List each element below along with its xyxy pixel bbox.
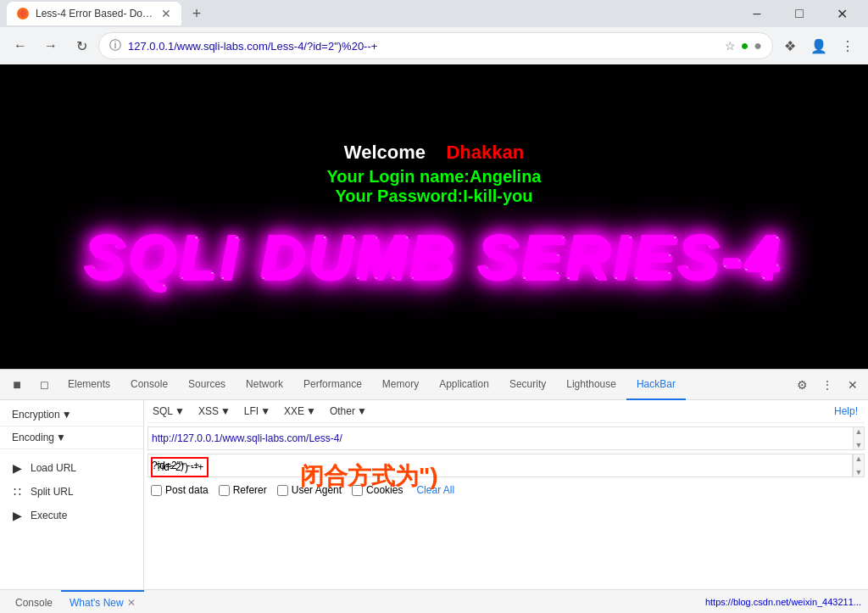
titlebar: Less-4 Error Based- DoubleQu... ✕ + – □ … <box>0 0 868 27</box>
browser-tab[interactable]: Less-4 Error Based- DoubleQu... ✕ <box>7 2 181 25</box>
execute-button[interactable]: ▶ Execute <box>0 504 143 527</box>
tab-hackbar[interactable]: HackBar <box>626 370 686 400</box>
dhakkan-label: Dhakkan <box>446 142 524 163</box>
tab-application[interactable]: Application <box>429 370 499 400</box>
tab-title: Less-4 Error Based- DoubleQu... <box>36 8 154 20</box>
encoding-menu[interactable]: Encoding ▼ <box>7 430 71 445</box>
hackbar-panel: Encryption ▼ Encoding ▼ ▶ Load URL ∷ Spl… <box>0 400 868 589</box>
welcome-line: Welcome Dhakkan <box>85 142 783 164</box>
xxe-menu[interactable]: XXE ▼ <box>279 404 321 419</box>
password-line: Your Password:I-kill-you <box>85 187 783 206</box>
url-input[interactable] <box>147 426 865 450</box>
sql-menu[interactable]: SQL ▼ <box>147 404 190 419</box>
extensions-icon[interactable]: ❖ <box>776 32 804 59</box>
secure-icon: ⓘ <box>109 38 121 53</box>
xss-menu[interactable]: XSS ▼ <box>193 404 236 419</box>
tab-security[interactable]: Security <box>499 370 556 400</box>
reload-button[interactable]: ↻ <box>68 32 95 59</box>
execute-icon: ▶ <box>10 509 24 522</box>
checkboxes-row: Post data Referer User Agent Cookies Cle… <box>147 481 865 499</box>
devtools-action-icons: ⚙ ⋮ ✕ <box>790 373 865 397</box>
other-menu[interactable]: Other ▼ <box>325 404 372 419</box>
bottom-tab-console[interactable]: Console <box>7 590 61 614</box>
back-button[interactable]: ← <box>7 32 34 59</box>
close-tab-button[interactable]: ✕ <box>161 7 171 20</box>
devtools-settings-icon[interactable]: ⚙ <box>790 373 814 397</box>
login-name: Your Login name:Angelina <box>85 167 783 187</box>
green-circle-icon: ● <box>741 38 749 53</box>
referer-checkbox[interactable]: Referer <box>219 484 267 496</box>
devtools-more-icon[interactable]: ⋮ <box>815 373 839 397</box>
scrollbar-up-icon[interactable]: ▲ <box>855 427 863 436</box>
menu-icon[interactable]: ⋮ <box>834 32 861 59</box>
tab-network[interactable]: Network <box>236 370 293 400</box>
address-box[interactable]: ⓘ 127.0.0.1/www.sqli-labs.com/Less-4/?id… <box>98 32 773 59</box>
tab-sources[interactable]: Sources <box>178 370 236 400</box>
param-scrollbar-up-icon[interactable]: ▲ <box>855 454 863 463</box>
cookies-checkbox[interactable]: Cookies <box>352 484 403 496</box>
load-url-button[interactable]: ▶ Load URL <box>0 456 143 480</box>
toolbar-icons: ❖ 👤 ⋮ <box>776 32 861 59</box>
hackbar-main-area: SQL ▼ XSS ▼ LFI ▼ XXE ▼ Other ▼ <box>144 400 868 589</box>
lfi-menu[interactable]: LFI ▼ <box>239 404 275 419</box>
user-agent-checkbox[interactable]: User Agent <box>277 484 342 496</box>
param-scrollbar-down-icon[interactable]: ▼ <box>855 468 863 476</box>
param-input[interactable] <box>147 454 853 477</box>
address-right-icons: ☆ ● ● <box>725 38 762 53</box>
tab-lighthouse[interactable]: Lighthouse <box>556 370 626 400</box>
address-url[interactable]: 127.0.0.1/www.sqli-labs.com/Less-4/?id=2… <box>128 40 718 53</box>
bookmark-icon[interactable]: ☆ <box>725 39 736 53</box>
tab-console[interactable]: Console <box>120 370 178 400</box>
help-button[interactable]: Help! <box>827 405 865 417</box>
new-tab-button[interactable]: + <box>185 2 209 25</box>
devtools-device-icon[interactable]: ◻ <box>31 371 58 398</box>
whats-new-close-icon[interactable]: ✕ <box>127 597 136 609</box>
post-data-checkbox[interactable]: Post data <box>151 484 209 496</box>
scrollbar-down-icon[interactable]: ▼ <box>855 441 863 449</box>
devtools-inspect-icon[interactable]: ■ <box>3 371 31 398</box>
minimize-button[interactable]: – <box>737 0 776 27</box>
hackbar-sidebar: Encryption ▼ Encoding ▼ ▶ Load URL ∷ Spl… <box>0 400 144 589</box>
split-url-button[interactable]: ∷ Split URL <box>0 480 143 504</box>
split-url-icon: ∷ <box>10 485 24 499</box>
close-button[interactable]: ✕ <box>822 0 861 27</box>
devtools-panel: ■ ◻ Elements Console Sources Network Per… <box>0 369 868 589</box>
tab-performance[interactable]: Performance <box>293 370 372 400</box>
bottombar: Console What's New ✕ https://blog.csdn.n… <box>0 589 868 613</box>
tab-favicon <box>17 8 29 20</box>
hackbar-menubar2: Encoding ▼ <box>0 426 143 449</box>
addressbar: ← → ↻ ⓘ 127.0.0.1/www.sqli-labs.com/Less… <box>0 27 868 64</box>
devtools-close-icon[interactable]: ✕ <box>841 373 865 397</box>
main-content: Welcome Dhakkan Your Login name:Angelina… <box>0 64 868 369</box>
forward-button[interactable]: → <box>37 32 64 59</box>
bottom-url: https://blog.csdn.net/weixin_443211... <box>705 597 861 607</box>
hackbar-menubar: Encryption ▼ <box>0 404 143 426</box>
clear-all-button[interactable]: Clear All <box>416 484 454 496</box>
sqli-title: SQLI DUMB SERIES-4 <box>85 223 783 293</box>
load-url-icon: ▶ <box>10 461 24 475</box>
tab-elements[interactable]: Elements <box>58 370 120 400</box>
profile-icon[interactable]: 👤 <box>805 32 832 59</box>
maximize-button[interactable]: □ <box>780 0 819 27</box>
tab-memory[interactable]: Memory <box>372 370 429 400</box>
welcome-label: Welcome <box>344 142 426 163</box>
devtools-tabbar: ■ ◻ Elements Console Sources Network Per… <box>0 370 868 400</box>
page-content: Welcome Dhakkan Your Login name:Angelina… <box>85 142 783 293</box>
grey-circle-icon: ● <box>754 38 762 53</box>
param-input-wrap: ?id=2") --+ 闭合方式为") ▲ ▼ <box>147 454 865 477</box>
window-controls: – □ ✕ <box>737 0 861 27</box>
bottom-tab-whatsnew[interactable]: What's New ✕ <box>61 590 144 614</box>
encryption-menu[interactable]: Encryption ▼ <box>7 407 77 422</box>
